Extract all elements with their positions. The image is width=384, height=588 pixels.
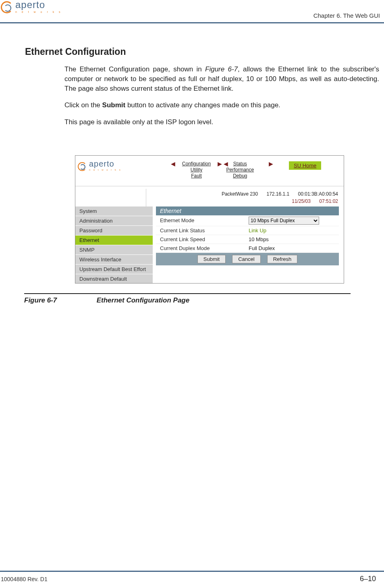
para-2: Click on the Submit button to activate a… [64,100,379,110]
para2-a: Click on the [64,101,102,109]
content-panel: Ethernet Ethernet Mode 10 Mbps Full Dupl… [156,206,339,265]
menu-item-password[interactable]: Password [75,226,153,236]
aperto-logo-icon: aperto n e t w o r k s [1,0,62,13]
figure-wrap: aperto n e t w o r k s ◀ Configuration U… [75,155,379,284]
triangle-left-icon: ◀ [224,161,228,167]
footer-rule [0,571,384,572]
menu-item-ethernet[interactable]: Ethernet [75,236,153,245]
para2-b: button to activate any changes made on t… [125,101,280,109]
menu-item-wireless[interactable]: Wireless Interface [75,255,153,265]
val-link-status: Link Up [249,227,335,234]
nav-link-fault[interactable]: Fault [175,173,218,179]
triangle-right-icon: ▶ [218,161,222,167]
figure-number: Figure 6-7 [24,296,95,304]
device-time: 07:51:02 [319,198,338,204]
logo-sub-text: n e t w o r k s [15,10,62,13]
logo-main-text: aperto [89,160,122,168]
label-link-speed: Current Link Speed [160,236,249,242]
footer-doc-id: 10004880 Rev. D1 [1,576,48,582]
triangle-left-icon: ◀ [171,161,175,167]
row-ethernet-mode: Ethernet Mode 10 Mbps Full Duplex [156,215,339,226]
nav-link-configuration[interactable]: Configuration [175,161,218,167]
header-rule [0,22,384,23]
device-mac: 00:01:3B:A0:00:54 [298,191,338,197]
para2-bold: Submit [102,101,126,109]
device-info-line2: 11/25/03 07:51:02 [292,198,338,204]
figure-caption: Figure 6-7 Ethernet Configuration Page [24,296,384,304]
device-date: 11/25/03 [292,198,311,204]
nav-link-utility[interactable]: Utility [175,167,218,173]
para-3: This page is available only at the ISP l… [64,117,379,127]
vertical-divider [146,189,146,207]
button-row: Submit Cancel Refresh [156,253,339,265]
cancel-button[interactable]: Cancel [232,255,260,263]
device-model: PacketWave 230 [222,191,258,197]
figure-title: Ethernet Configuration Page [97,296,189,304]
label-link-status: Current Link Status [160,227,249,234]
panel-title: Ethernet [156,206,339,215]
triangle-right-icon: ▶ [269,161,273,167]
section-title: Ethernet Configuration [25,46,384,57]
figure-top-rule [75,186,344,186]
device-info-line1: PacketWave 230 172.16.1.1 00:01:3B:A0:00… [222,191,338,197]
menu-item-snmp[interactable]: SNMP [75,245,153,255]
swirl-icon [78,162,87,171]
nav-link-debug[interactable]: Debug [219,173,261,179]
menu-item-administration[interactable]: Administration [75,216,153,226]
val-duplex-mode: Full Duplex [249,245,335,251]
val-link-speed: 10 Mbps [249,236,335,242]
nav-link-performance[interactable]: Performance [219,167,261,173]
submit-button[interactable]: Submit [197,255,226,263]
figure-logo: aperto n e t w o r k s [78,160,122,171]
logo-top: aperto n e t w o r k s [1,0,62,13]
label-ethernet-mode: Ethernet Mode [160,217,249,223]
aperto-logo-icon: aperto n e t w o r k s [78,160,122,171]
refresh-button[interactable]: Refresh [267,255,298,263]
page-header: aperto n e t w o r k s Chapter 6. The We… [0,0,384,24]
menu-item-system[interactable]: System [75,206,153,216]
ethernet-mode-select[interactable]: 10 Mbps Full Duplex [249,217,319,225]
figure-caption-wrap: Figure 6-7 Ethernet Configuration Page [24,293,384,304]
menu-item-downstream[interactable]: Downstream Default [75,274,153,284]
caption-rule [24,293,351,294]
screenshot-frame: aperto n e t w o r k s ◀ Configuration U… [75,155,344,284]
su-home-link[interactable]: SU Home [289,161,321,170]
para1-ref: Figure 6-7 [205,65,238,73]
menu-item-upstream[interactable]: Upstream Default Best Effort [75,265,153,274]
logo-main-text: aperto [15,0,62,10]
label-duplex-mode: Current Duplex Mode [160,245,249,251]
row-link-status: Current Link Status Link Up [156,226,339,235]
para-1: The Ethernet Configuration page, shown i… [64,65,379,93]
row-link-speed: Current Link Speed 10 Mbps [156,235,339,244]
swirl-icon [1,1,13,13]
row-duplex-mode: Current Duplex Mode Full Duplex [156,244,339,253]
chapter-label: Chapter 6. The Web GUI [313,12,380,19]
para1-a: The Ethernet Configuration page, shown i… [64,65,205,73]
footer-page-num: 6–10 [360,575,376,583]
val-ethernet-mode: 10 Mbps Full Duplex [249,217,335,225]
tab-col-1: Configuration Utility Fault [175,161,218,179]
logo-sub-text: n e t w o r k s [89,169,122,171]
device-ip: 172.16.1.1 [267,191,290,197]
left-menu: System Administration Password Ethernet … [75,206,153,284]
